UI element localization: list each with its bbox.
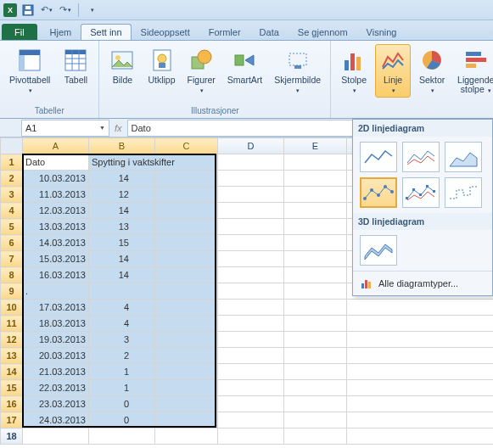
cell-D7[interactable] xyxy=(218,251,284,267)
cell-C5[interactable] xyxy=(155,219,218,235)
cell-D9[interactable] xyxy=(218,283,284,300)
cell-D4[interactable] xyxy=(218,203,284,219)
row-header-4[interactable]: 4 xyxy=(1,203,23,219)
cell-E17[interactable] xyxy=(284,412,347,428)
cell-A6[interactable]: 14.03.2013 xyxy=(23,235,89,251)
cell-C8[interactable] xyxy=(155,267,218,283)
cell-D3[interactable] xyxy=(218,187,284,203)
bar-chart-button[interactable]: Liggendestolpe ▾ xyxy=(453,44,493,98)
line-chart-button[interactable]: Linje▾ xyxy=(375,44,411,98)
cell-A3[interactable]: 11.03.2013 xyxy=(23,187,89,203)
cell-E9[interactable] xyxy=(284,283,347,300)
cell-extra-14[interactable] xyxy=(347,364,494,380)
col-header-D[interactable]: D xyxy=(218,138,284,154)
cell-B9[interactable] xyxy=(89,283,155,300)
select-all-corner[interactable] xyxy=(1,138,23,154)
cell-C15[interactable] xyxy=(155,380,218,396)
cell-C4[interactable] xyxy=(155,203,218,219)
col-header-C[interactable]: C xyxy=(155,138,218,154)
cell-B8[interactable]: 14 xyxy=(89,267,155,283)
line-2d-opt-3[interactable] xyxy=(445,142,482,172)
line-2d-opt-2[interactable] xyxy=(402,142,440,172)
col-header-E[interactable]: E xyxy=(284,138,347,154)
clipart-button[interactable]: Utklipp xyxy=(143,44,179,87)
cell-E12[interactable] xyxy=(284,332,347,348)
cell-empty[interactable] xyxy=(284,428,347,445)
tab-sett-inn[interactable]: Sett inn xyxy=(81,24,131,40)
cell-D6[interactable] xyxy=(218,235,284,251)
pie-chart-button[interactable]: Sektor▾ xyxy=(414,44,450,98)
cell-C17[interactable] xyxy=(155,412,218,428)
cell-A1[interactable]: Dato xyxy=(23,154,89,171)
cell-E15[interactable] xyxy=(284,380,347,396)
cell-D11[interactable] xyxy=(218,316,284,332)
cell-C6[interactable] xyxy=(155,235,218,251)
cell-A7[interactable]: 15.03.2013 xyxy=(23,251,89,267)
cell-B1[interactable]: Spytting i vaktskifter xyxy=(89,154,218,171)
cell-E10[interactable] xyxy=(284,300,347,316)
cell-D2[interactable] xyxy=(218,171,284,187)
tab-formler[interactable]: Formler xyxy=(199,24,250,40)
cell-D15[interactable] xyxy=(218,380,284,396)
cell-B2[interactable]: 14 xyxy=(89,171,155,187)
row-header-5[interactable]: 5 xyxy=(1,219,23,235)
cell-E3[interactable] xyxy=(284,187,347,203)
undo-button[interactable]: ↶▾ xyxy=(39,3,54,18)
cell-E16[interactable] xyxy=(284,396,347,412)
cell-E2[interactable] xyxy=(284,171,347,187)
cell-empty[interactable] xyxy=(23,428,89,445)
row-header-13[interactable]: 13 xyxy=(1,348,23,364)
row-header-1[interactable]: 1 xyxy=(1,154,23,171)
cell-B3[interactable]: 12 xyxy=(89,187,155,203)
line-2d-opt-6[interactable] xyxy=(445,177,482,208)
row-header-18[interactable]: 18 xyxy=(1,428,23,445)
row-header-14[interactable]: 14 xyxy=(1,364,23,380)
cell-E13[interactable] xyxy=(284,348,347,364)
cell-A12[interactable]: 19.03.2013 xyxy=(23,332,89,348)
cell-A5[interactable]: 13.03.2013 xyxy=(23,219,89,235)
cell-A10[interactable]: 17.03.2013 xyxy=(23,300,89,316)
tab-sideoppsett[interactable]: Sideoppsett xyxy=(132,24,199,40)
cell-C12[interactable] xyxy=(155,332,218,348)
cell-D5[interactable] xyxy=(218,219,284,235)
cell-A13[interactable]: 20.03.2013 xyxy=(23,348,89,364)
cell-empty[interactable] xyxy=(89,428,155,445)
save-button[interactable] xyxy=(20,3,36,18)
cell-B7[interactable]: 14 xyxy=(89,251,155,267)
tab-se-gjennom[interactable]: Se gjennom xyxy=(289,24,357,40)
name-box[interactable]: A1▼ xyxy=(21,120,109,137)
cell-E7[interactable] xyxy=(284,251,347,267)
row-header-10[interactable]: 10 xyxy=(1,300,23,316)
cell-A14[interactable]: 21.03.2013 xyxy=(23,364,89,380)
row-header-9[interactable]: 9 xyxy=(1,283,23,300)
cell-empty[interactable] xyxy=(218,428,284,445)
cell-C14[interactable] xyxy=(155,364,218,380)
row-header-12[interactable]: 12 xyxy=(1,332,23,348)
cell-B4[interactable]: 14 xyxy=(89,203,155,219)
cell-B14[interactable]: 1 xyxy=(89,364,155,380)
line-2d-opt-4-markers[interactable] xyxy=(360,177,397,208)
cell-extra-12[interactable] xyxy=(347,332,494,348)
cell-E8[interactable] xyxy=(284,267,347,283)
col-header-B[interactable]: B xyxy=(89,138,155,154)
cell-B17[interactable]: 0 xyxy=(89,412,155,428)
cell-C11[interactable] xyxy=(155,316,218,332)
cell-B15[interactable]: 1 xyxy=(89,380,155,396)
cell-extra-11[interactable] xyxy=(347,316,494,332)
cell-C2[interactable] xyxy=(155,171,218,187)
row-header-7[interactable]: 7 xyxy=(1,251,23,267)
cell-D12[interactable] xyxy=(218,332,284,348)
cell-extra-15[interactable] xyxy=(347,380,494,396)
cell-E6[interactable] xyxy=(284,235,347,251)
row-header-6[interactable]: 6 xyxy=(1,235,23,251)
cell-D16[interactable] xyxy=(218,396,284,412)
cell-D13[interactable] xyxy=(218,348,284,364)
picture-button[interactable]: Bilde xyxy=(104,44,140,87)
row-header-3[interactable]: 3 xyxy=(1,187,23,203)
line-2d-opt-1[interactable] xyxy=(360,142,397,172)
cell-A8[interactable]: 16.03.2013 xyxy=(23,267,89,283)
cell-D14[interactable] xyxy=(218,364,284,380)
row-header-15[interactable]: 15 xyxy=(1,380,23,396)
shapes-button[interactable]: Figurer▾ xyxy=(183,44,220,98)
row-header-17[interactable]: 17 xyxy=(1,412,23,428)
